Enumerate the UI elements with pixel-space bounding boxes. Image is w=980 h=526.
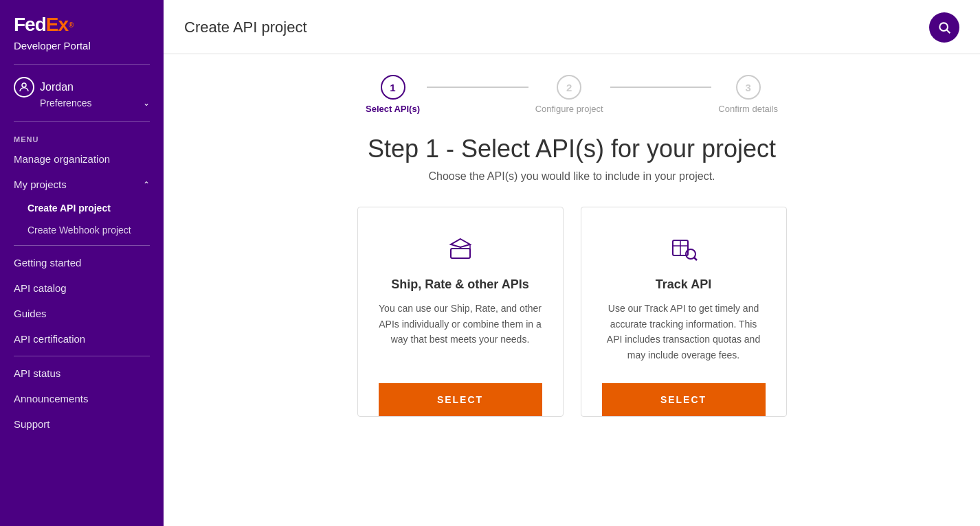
top-bar: Create API project [164,0,980,54]
track-api-icon [667,231,701,266]
sidebar-item-api-certification[interactable]: API certification [0,326,164,352]
sidebar-item-api-status[interactable]: API status [0,361,164,386]
track-api-description: Use our Track API to get timely and accu… [602,301,766,363]
ship-rate-title: Ship, Rate & other APIs [391,277,528,293]
step-1: 1 Select API(s) [366,75,420,114]
api-cards-container: Ship, Rate & other APIs You can use our … [198,207,946,417]
step-2: 2 Configure project [535,75,603,114]
svg-point-0 [22,83,26,87]
step-2-circle: 2 [557,75,581,100]
sidebar-divider-top [14,64,150,65]
sidebar-item-guides[interactable]: Guides [0,301,164,326]
user-section: Jordan Preferences ⌄ [0,70,164,115]
step-3: 3 Confirm details [718,75,778,114]
ship-rate-icon [443,231,478,266]
step-1-label: Select API(s) [366,104,420,114]
sidebar-subitem-create-webhook-project[interactable]: Create Webhook project [14,219,164,241]
step-2-label: Configure project [535,104,603,114]
ship-rate-card: Ship, Rate & other APIs You can use our … [357,207,564,417]
fedex-logo: Fed Ex ® [14,14,150,36]
preferences-label: Preferences [40,98,91,108]
user-name: Jordan [40,81,74,93]
sidebar-item-my-projects[interactable]: My projects ⌃ [0,172,164,197]
chevron-down-icon: ⌄ [143,98,150,108]
search-button[interactable] [929,12,959,43]
step-line-2-3 [610,87,712,88]
sidebar-divider-projects [14,245,150,246]
chevron-up-icon: ⌃ [143,180,150,190]
sidebar-item-manage-organization[interactable]: Manage organization [0,146,164,172]
step-3-label: Confirm details [718,104,778,114]
step-heading: Step 1 - Select API(s) for your project [368,135,776,163]
sidebar-subitem-create-api-project[interactable]: Create API project [14,197,164,219]
sidebar-divider-certification [14,356,150,356]
sidebar-submenu-projects: Create API project Create Webhook projec… [0,197,164,241]
svg-marker-4 [451,239,470,247]
step-line-1-2 [427,87,528,88]
track-api-card: Track API Use our Track API to get timel… [581,207,787,417]
svg-rect-3 [451,249,470,258]
sidebar-divider-user [14,121,150,122]
svg-line-11 [694,258,697,260]
content-area: 1 Select API(s) 2 Configure project 3 Co… [164,54,980,526]
sidebar-item-support[interactable]: Support [0,411,164,437]
user-row[interactable]: Jordan [14,77,150,98]
sidebar-item-getting-started[interactable]: Getting started [0,250,164,275]
ship-rate-description: You can use our Ship, Rate, and other AP… [379,301,542,363]
track-api-title: Track API [656,277,711,293]
fedex-ex-text: Ex [46,14,68,36]
developer-portal-label: Developer Portal [14,40,150,52]
sidebar-item-api-catalog[interactable]: API catalog [0,275,164,301]
svg-line-2 [947,30,950,34]
sidebar-logo-area: Fed Ex ® Developer Portal [0,0,164,58]
fedex-dot: ® [69,21,74,29]
fedex-fed-text: Fed [14,14,46,36]
step-3-circle: 3 [736,75,761,100]
page-title: Create API project [184,19,307,36]
stepper: 1 Select API(s) 2 Configure project 3 Co… [366,75,778,114]
menu-label: MENU [0,127,164,146]
svg-point-1 [939,23,948,31]
sidebar: Fed Ex ® Developer Portal Jordan Prefere… [0,0,164,526]
track-api-select-button[interactable]: SELECT [602,383,766,416]
step-subheading: Choose the API(s) you would like to incl… [428,170,715,183]
ship-rate-select-button[interactable]: SELECT [379,383,542,416]
step-1-circle: 1 [381,75,405,100]
sidebar-item-announcements[interactable]: Announcements [0,386,164,411]
main-content: Create API project 1 Select API(s) 2 Con… [164,0,980,526]
preferences-row[interactable]: Preferences ⌄ [40,98,150,108]
user-avatar [14,77,34,98]
